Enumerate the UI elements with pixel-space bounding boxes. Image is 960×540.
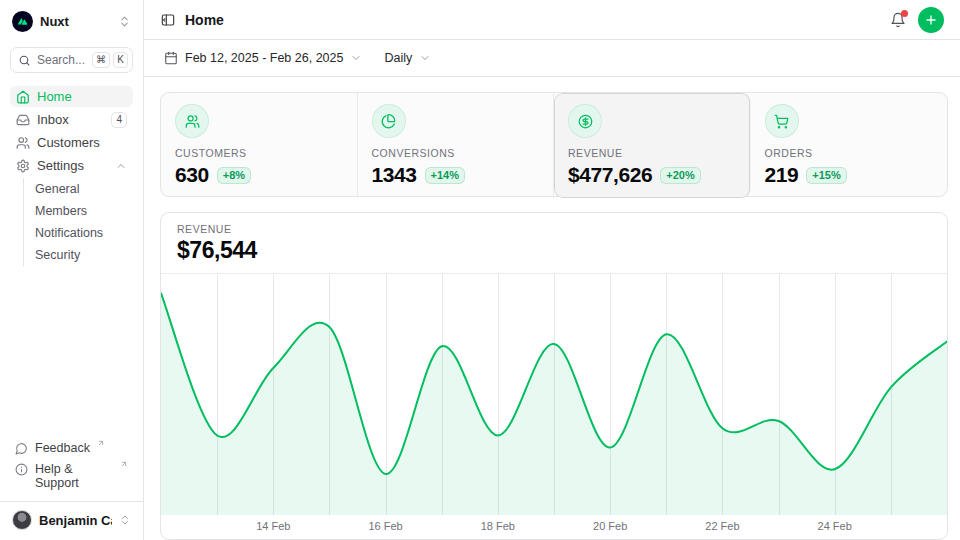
- users-icon: [175, 104, 209, 138]
- nuxt-logo-icon: [12, 11, 33, 32]
- search-shortcut: ⌘ K: [92, 52, 128, 68]
- kbd-cmd: ⌘: [92, 52, 110, 68]
- header-actions: [890, 7, 944, 33]
- cart-icon: [765, 104, 799, 138]
- workspace-name: Nuxt: [40, 14, 111, 29]
- external-link-icon: [97, 439, 105, 447]
- footer-link-label: Feedback: [35, 441, 90, 455]
- help-support-link[interactable]: Help & Support: [10, 460, 133, 492]
- chat-bubble-icon: [15, 442, 28, 455]
- avatar: [12, 510, 32, 530]
- sidebar-item-label: Settings: [37, 158, 84, 173]
- sidebar-item-home[interactable]: Home: [10, 86, 133, 107]
- workspace-row: Nuxt: [10, 10, 133, 32]
- sidebar-item-customers[interactable]: Customers: [10, 132, 133, 153]
- chevron-up-icon: [115, 160, 127, 172]
- filters-toolbar: Feb 12, 2025 - Feb 26, 2025 Daily: [144, 40, 960, 77]
- dashboard-content: CUSTOMERS 630 +8% CONVERSIONS 1343 +14%: [144, 77, 960, 540]
- calendar-icon: [164, 51, 178, 65]
- sidebar-item-inbox[interactable]: Inbox 4: [10, 109, 133, 130]
- revenue-area-chart: [161, 274, 947, 515]
- inbox-icon: [16, 113, 30, 127]
- feedback-link[interactable]: Feedback: [10, 439, 133, 457]
- main-area: Home Feb 12, 2025 - Feb 26, 2025: [144, 0, 960, 540]
- user-menu[interactable]: Benjamin Canac: [0, 501, 143, 540]
- gear-icon: [16, 159, 30, 173]
- users-icon: [16, 136, 30, 150]
- x-tick-label: 18 Feb: [481, 520, 515, 532]
- chevrons-up-down-icon: [119, 514, 131, 526]
- x-axis-labels: 14 Feb16 Feb18 Feb20 Feb22 Feb24 Feb: [161, 515, 947, 539]
- date-range-label: Feb 12, 2025 - Feb 26, 2025: [185, 51, 343, 65]
- search-icon: [18, 54, 31, 67]
- date-range-picker[interactable]: Feb 12, 2025 - Feb 26, 2025: [158, 47, 368, 69]
- stat-label: REVENUE: [568, 147, 736, 159]
- notification-dot: [901, 10, 908, 17]
- inbox-count-badge: 4: [111, 112, 127, 128]
- revenue-chart-plot[interactable]: [161, 274, 947, 515]
- sidebar-item-label: Customers: [37, 135, 100, 150]
- x-tick-label: 24 Feb: [818, 520, 852, 532]
- stat-label: ORDERS: [765, 147, 934, 159]
- collapse-sidebar-button[interactable]: [160, 12, 176, 28]
- search-placeholder: Search...: [37, 53, 86, 67]
- x-tick-label: 14 Feb: [256, 520, 290, 532]
- period-select[interactable]: Daily: [378, 47, 437, 69]
- chevrons-up-down-icon: [118, 15, 131, 28]
- stat-label: CUSTOMERS: [175, 147, 343, 159]
- external-link-icon: [120, 460, 128, 468]
- sidebar-nav: Home Inbox 4 Customers Settings: [10, 86, 133, 266]
- x-tick-label: 20 Feb: [593, 520, 627, 532]
- stat-card-conversions[interactable]: CONVERSIONS 1343 +14%: [358, 93, 555, 198]
- sidebar-item-members[interactable]: Members: [24, 200, 133, 222]
- stat-value: 1343: [372, 163, 417, 187]
- page-title: Home: [185, 12, 224, 28]
- period-label: Daily: [384, 51, 412, 65]
- notifications-button[interactable]: [890, 12, 906, 28]
- stat-change-badge: +15%: [806, 167, 846, 184]
- chevron-down-icon: [419, 52, 431, 64]
- home-icon: [16, 90, 30, 104]
- page-header: Home: [144, 0, 960, 40]
- footer-link-label: Help & Support: [35, 462, 113, 490]
- stat-card-revenue[interactable]: REVENUE $477,626 +20%: [554, 93, 751, 198]
- revenue-chart-panel: REVENUE $76,544 14 Feb16 Feb18 Feb20 Feb…: [160, 212, 948, 540]
- sidebar-spacer: [10, 266, 133, 439]
- chart-pie-icon: [372, 104, 406, 138]
- sidebar-item-label: Inbox: [37, 112, 69, 127]
- stat-value: 219: [765, 163, 799, 187]
- chart-metric-value: $76,544: [177, 237, 931, 264]
- circle-dollar-icon: [568, 104, 602, 138]
- stat-card-customers[interactable]: CUSTOMERS 630 +8%: [161, 93, 358, 198]
- dashboard: Nuxt Search... ⌘ K Home: [0, 0, 960, 540]
- stat-value: 630: [175, 163, 209, 187]
- stat-value: $477,626: [568, 163, 652, 187]
- stat-change-badge: +14%: [425, 167, 465, 184]
- user-name: Benjamin Canac: [39, 513, 112, 528]
- sidebar-item-general[interactable]: General: [24, 178, 133, 200]
- workspace-switcher-button[interactable]: [118, 15, 131, 28]
- panel-left-close-icon: [160, 12, 176, 28]
- stat-label: CONVERSIONS: [372, 147, 540, 159]
- sidebar: Nuxt Search... ⌘ K Home: [0, 0, 144, 540]
- sidebar-item-label: Home: [37, 89, 72, 104]
- plus-icon: [924, 13, 938, 27]
- add-button[interactable]: [918, 7, 944, 33]
- info-circle-icon: [15, 463, 28, 476]
- x-tick-label: 22 Feb: [705, 520, 739, 532]
- sidebar-footer-links: Feedback Help & Support: [10, 439, 133, 501]
- sidebar-item-notifications[interactable]: Notifications: [24, 222, 133, 244]
- chart-header: REVENUE $76,544: [161, 213, 947, 274]
- x-tick-label: 16 Feb: [368, 520, 402, 532]
- stat-change-badge: +20%: [660, 167, 700, 184]
- stat-change-badge: +8%: [217, 167, 251, 184]
- sidebar-item-security[interactable]: Security: [24, 244, 133, 266]
- stats-grid: CUSTOMERS 630 +8% CONVERSIONS 1343 +14%: [160, 92, 948, 197]
- stat-card-orders[interactable]: ORDERS 219 +15%: [751, 93, 948, 198]
- settings-submenu: General Members Notifications Security: [23, 178, 133, 266]
- chart-metric-label: REVENUE: [177, 223, 931, 235]
- kbd-k: K: [113, 52, 128, 68]
- search-input[interactable]: Search... ⌘ K: [10, 47, 133, 73]
- sidebar-item-settings[interactable]: Settings: [10, 155, 133, 176]
- chevron-down-icon: [350, 52, 362, 64]
